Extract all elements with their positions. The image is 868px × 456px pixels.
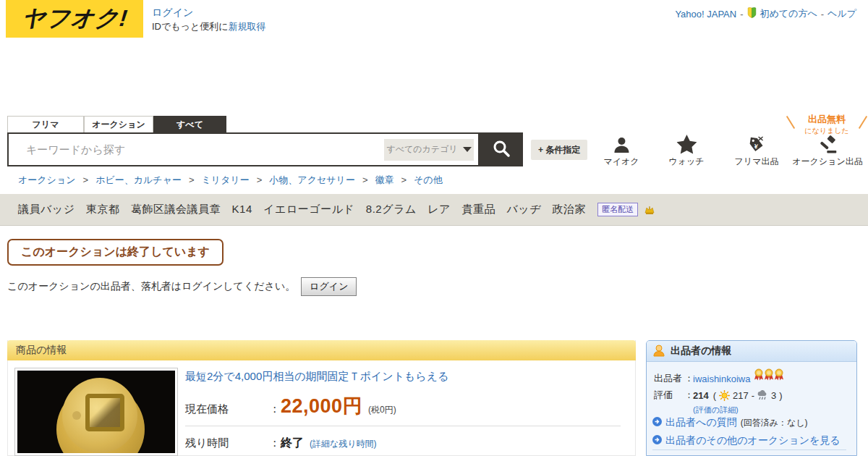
- colon: ：: [684, 372, 693, 385]
- colon: ：: [269, 436, 281, 450]
- sun-icon: [719, 390, 730, 401]
- advanced-search-button[interactable]: + 条件指定: [531, 140, 587, 160]
- badge-detail-dot: [72, 411, 81, 420]
- nav-label: ウォッチ: [668, 156, 704, 168]
- remaining-time-row: 残り時間 ： 終了 (詳細な残り時間): [185, 436, 377, 451]
- nav-auction-sell[interactable]: オークション出品: [792, 132, 862, 168]
- seller-info-panel: 出品者の情報 出品者 ： iwaishinkoiwa 評価 ： 214 ( 21…: [646, 340, 857, 456]
- breadcrumb-insignia[interactable]: 徽章: [375, 174, 393, 185]
- search-input[interactable]: [9, 134, 384, 165]
- tab-all-selected[interactable]: すべて: [153, 116, 226, 133]
- nav-my-auctions[interactable]: マイオク: [603, 132, 639, 168]
- tab-auction[interactable]: オークション: [84, 116, 153, 133]
- rating-bad-count: 3: [771, 390, 776, 401]
- rating-detail-link[interactable]: (評価の詳細): [693, 405, 739, 415]
- rating-paren-open: (: [713, 390, 716, 401]
- nav-flea-market-sell[interactable]: ¥ フリマ出品: [735, 132, 779, 168]
- breadcrumb-separator: >: [362, 174, 368, 185]
- chevron-down-icon: [463, 147, 472, 152]
- yahoo-japan-link[interactable]: Yahoo! JAPAN: [675, 9, 736, 20]
- time-value: 終了: [281, 436, 304, 451]
- arrow-circle-icon: [652, 417, 662, 428]
- rating-dash: -: [752, 390, 754, 401]
- arrow-circle-icon: [652, 435, 662, 447]
- banner-line2: になりました: [794, 126, 859, 136]
- beginner-mark-icon: [747, 7, 757, 20]
- separator-dash: -: [821, 9, 824, 20]
- rating-paren-close: ): [779, 390, 782, 401]
- nav-label: フリマ出品: [735, 156, 779, 168]
- product-info-header: 商品の情報: [7, 340, 636, 360]
- row-divider: [185, 426, 621, 426]
- breadcrumb-accessories[interactable]: 小物、アクセサリー: [269, 174, 355, 185]
- star-icon: [668, 132, 704, 154]
- breadcrumb-separator: >: [401, 174, 407, 185]
- time-label: 残り時間: [185, 436, 269, 450]
- seller-other-auctions-link[interactable]: 出品者のその他のオークションを見る: [665, 434, 841, 447]
- beginner-guide-link[interactable]: 初めての方へ: [760, 7, 817, 20]
- person-icon: [603, 132, 639, 154]
- category-dropdown[interactable]: すべてのカテゴリ: [384, 139, 474, 161]
- tax-note: (税0円): [368, 404, 396, 416]
- breadcrumb-hobby-culture[interactable]: ホビー、カルチャー: [95, 174, 182, 185]
- yahoo-auctions-page: ヤフオク! ログイン IDでもっと便利に新規取得 Yahoo! JAPAN - …: [0, 0, 868, 456]
- breadcrumb-auction[interactable]: オークション: [18, 174, 76, 185]
- breadcrumb-other[interactable]: その他: [414, 174, 443, 185]
- colon: ：: [269, 402, 281, 416]
- login-button[interactable]: ログイン: [301, 277, 357, 296]
- product-image[interactable]: [14, 368, 178, 456]
- login-link[interactable]: ログイン: [152, 7, 193, 20]
- product-photo: [17, 371, 175, 453]
- seller-name-row: 出品者 ： iwaishinkoiwa: [654, 371, 784, 386]
- logo-text: ヤフオク!: [20, 3, 129, 35]
- yahoo-auctions-logo[interactable]: ヤフオク!: [6, 0, 143, 38]
- nav-label: マイオク: [603, 156, 639, 168]
- tpoint-promo-link[interactable]: 最短2分で4,000円相当の期間固定Ｔポイントもらえる: [185, 370, 448, 384]
- id-benefit-line: IDでもっと便利に新規取得: [152, 20, 266, 33]
- search-button[interactable]: [480, 132, 523, 166]
- seller-panel-divider: [652, 449, 846, 450]
- seller-person-icon: [652, 344, 665, 359]
- id-benefit-text: IDでもっと便利に: [152, 21, 229, 32]
- nav-watchlist[interactable]: ウォッチ: [668, 132, 704, 168]
- help-link[interactable]: ヘルプ: [827, 7, 856, 20]
- item-title-bar: 議員バッジ 東京都 葛飾区議会議員章 K14 イエローゴールド 8.2グラム レ…: [0, 194, 868, 226]
- category-dropdown-label: すべてのカテゴリ: [386, 143, 457, 156]
- item-title: 議員バッジ 東京都 葛飾区議会議員章 K14 イエローゴールド 8.2グラム レ…: [18, 203, 586, 216]
- price-label: 現在価格: [185, 402, 269, 416]
- seller-question-link[interactable]: 出品者への質問: [665, 416, 737, 429]
- breadcrumb: オークション>ホビー、カルチャー>ミリタリー>小物、アクセサリー>徽章>その他: [18, 174, 443, 187]
- current-price-value: 22,000円: [281, 393, 362, 419]
- seller-name-link[interactable]: iwaishinkoiwa: [693, 373, 750, 384]
- seller-question-row: 出品者への質問 (回答済み：なし): [652, 416, 808, 429]
- rating-total: 214: [693, 390, 709, 401]
- tab-flea-market[interactable]: フリマ: [7, 116, 84, 133]
- current-price-row: 現在価格 ： 22,000円 (税0円): [185, 393, 396, 419]
- colon: ：: [684, 389, 693, 402]
- login-prompt-row: このオークションの出品者、落札者はログインしてください。 ログイン: [7, 277, 357, 296]
- medal-icon: [774, 368, 784, 383]
- auction-ended-notice: このオークションは終了しています: [7, 239, 224, 266]
- nav-label: オークション出品: [792, 156, 862, 168]
- anonymous-delivery-badge: 匿名配送: [597, 203, 638, 216]
- medal-icon: [764, 368, 774, 383]
- seller-info-header: 出品者の情報: [647, 341, 856, 362]
- seller-header-title: 出品者の情報: [671, 345, 731, 358]
- breadcrumb-separator: >: [257, 174, 263, 185]
- rating-good-count: 217: [733, 390, 749, 401]
- seller-medals: [754, 368, 784, 383]
- medal-icon: [754, 368, 764, 383]
- search-bar: すべてのカテゴリ: [7, 132, 480, 166]
- banner-slash-right: [859, 116, 867, 129]
- seller-other-auctions-row: 出品者のその他のオークションを見る: [652, 434, 841, 447]
- breadcrumb-military[interactable]: ミリタリー: [202, 174, 250, 185]
- time-detail-link[interactable]: (詳細な残り時間): [310, 438, 377, 450]
- rating-label: 評価: [654, 389, 684, 402]
- badge-emblem: [85, 394, 124, 431]
- price-tag-icon: ¥: [735, 132, 779, 154]
- rain-icon: [757, 390, 768, 400]
- register-link[interactable]: 新規取得: [229, 21, 266, 32]
- separator-dash: -: [740, 9, 743, 20]
- login-prompt-text: このオークションの出品者、落札者はログインしてください。: [7, 280, 295, 293]
- banner-line1: 出品無料: [794, 113, 859, 126]
